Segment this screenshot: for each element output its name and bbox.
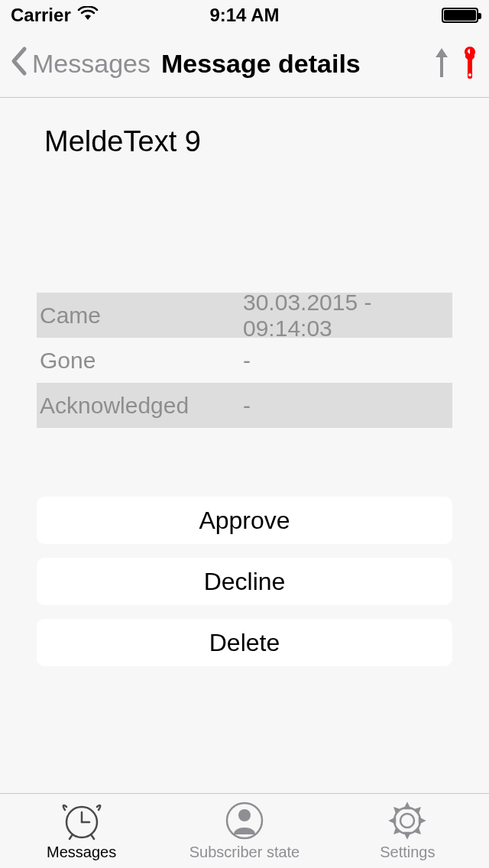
info-label: Came [37, 303, 243, 329]
svg-point-9 [394, 808, 420, 834]
message-title: MeldeText 9 [0, 98, 489, 158]
info-table: Came 30.03.2015 - 09:14:03 Gone - Acknow… [0, 293, 489, 428]
approve-button[interactable]: Approve [37, 497, 452, 544]
content-area: MeldeText 9 Came 30.03.2015 - 09:14:03 G… [0, 98, 489, 666]
tab-settings[interactable]: Settings [326, 794, 489, 868]
info-row-came: Came 30.03.2015 - 09:14:03 [37, 293, 452, 338]
tab-label: Settings [380, 844, 435, 861]
gear-icon [387, 801, 427, 840]
info-value: 30.03.2015 - 09:14:03 [243, 290, 452, 342]
decline-button[interactable]: Decline [37, 558, 452, 605]
action-buttons: Approve Decline Delete [0, 497, 489, 666]
svg-point-8 [400, 814, 414, 828]
info-label: Gone [37, 348, 243, 374]
tab-label: Messages [47, 844, 116, 861]
tab-bar: Messages Subscriber state [0, 793, 489, 868]
chevron-left-icon [9, 46, 28, 83]
clock-alarm-icon [59, 801, 105, 840]
nav-bar: Messages Message details [0, 31, 489, 98]
info-value: - [243, 393, 452, 419]
info-row-gone: Gone - [37, 338, 452, 383]
tab-messages[interactable]: Messages [0, 794, 163, 868]
status-bar: Carrier 9:14 AM [0, 0, 489, 31]
svg-point-7 [238, 809, 251, 821]
back-button[interactable]: Messages [8, 46, 151, 83]
info-value: - [243, 348, 452, 374]
tab-subscriber-state[interactable]: Subscriber state [163, 794, 325, 868]
clock-label: 9:14 AM [209, 5, 279, 25]
svg-point-0 [468, 73, 471, 76]
arrow-up-icon[interactable] [434, 47, 449, 82]
back-label: Messages [32, 49, 151, 79]
page-title: Message details [161, 49, 361, 79]
delete-button[interactable]: Delete [37, 619, 452, 666]
info-label: Acknowledged [37, 393, 243, 419]
svg-line-4 [70, 834, 73, 839]
person-icon [225, 801, 264, 840]
svg-line-5 [91, 834, 94, 839]
info-row-acknowledged: Acknowledged - [37, 383, 452, 428]
wrench-icon[interactable] [461, 47, 478, 82]
battery-icon [442, 8, 478, 23]
tab-label: Subscriber state [189, 844, 300, 861]
